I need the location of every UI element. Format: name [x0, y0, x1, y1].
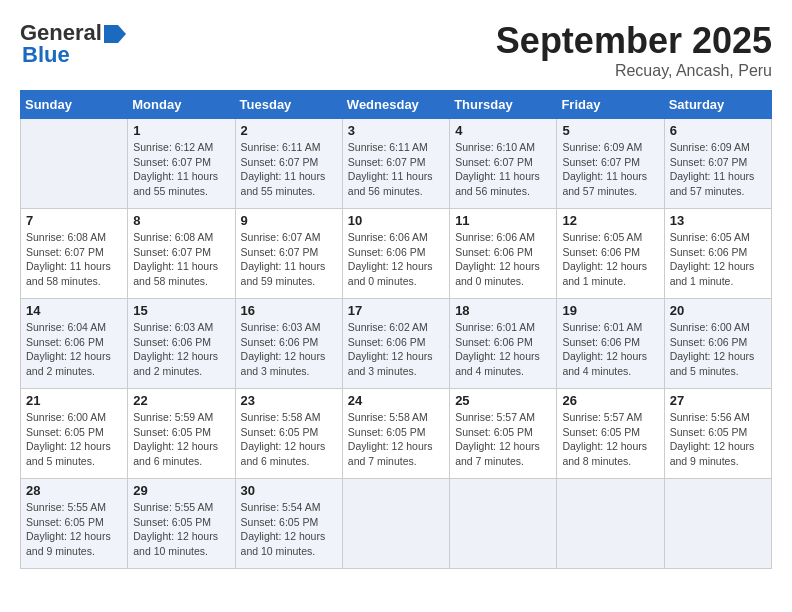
calendar-cell: 14Sunrise: 6:04 AM Sunset: 6:06 PM Dayli… — [21, 299, 128, 389]
day-number: 10 — [348, 213, 444, 228]
day-number: 2 — [241, 123, 337, 138]
calendar-cell: 22Sunrise: 5:59 AM Sunset: 6:05 PM Dayli… — [128, 389, 235, 479]
day-number: 27 — [670, 393, 766, 408]
day-number: 9 — [241, 213, 337, 228]
day-info: Sunrise: 6:06 AM Sunset: 6:06 PM Dayligh… — [455, 230, 551, 289]
day-number: 16 — [241, 303, 337, 318]
calendar-week-row: 1Sunrise: 6:12 AM Sunset: 6:07 PM Daylig… — [21, 119, 772, 209]
calendar-cell: 30Sunrise: 5:54 AM Sunset: 6:05 PM Dayli… — [235, 479, 342, 569]
day-info: Sunrise: 6:03 AM Sunset: 6:06 PM Dayligh… — [133, 320, 229, 379]
calendar-cell: 6Sunrise: 6:09 AM Sunset: 6:07 PM Daylig… — [664, 119, 771, 209]
day-info: Sunrise: 6:01 AM Sunset: 6:06 PM Dayligh… — [562, 320, 658, 379]
calendar-cell: 20Sunrise: 6:00 AM Sunset: 6:06 PM Dayli… — [664, 299, 771, 389]
day-info: Sunrise: 5:57 AM Sunset: 6:05 PM Dayligh… — [455, 410, 551, 469]
calendar-cell: 13Sunrise: 6:05 AM Sunset: 6:06 PM Dayli… — [664, 209, 771, 299]
calendar-week-row: 28Sunrise: 5:55 AM Sunset: 6:05 PM Dayli… — [21, 479, 772, 569]
day-number: 13 — [670, 213, 766, 228]
day-info: Sunrise: 6:10 AM Sunset: 6:07 PM Dayligh… — [455, 140, 551, 199]
calendar-cell: 5Sunrise: 6:09 AM Sunset: 6:07 PM Daylig… — [557, 119, 664, 209]
day-info: Sunrise: 6:11 AM Sunset: 6:07 PM Dayligh… — [241, 140, 337, 199]
calendar-cell: 29Sunrise: 5:55 AM Sunset: 6:05 PM Dayli… — [128, 479, 235, 569]
day-number: 21 — [26, 393, 122, 408]
calendar-header-row: SundayMondayTuesdayWednesdayThursdayFrid… — [21, 91, 772, 119]
calendar-cell: 15Sunrise: 6:03 AM Sunset: 6:06 PM Dayli… — [128, 299, 235, 389]
calendar-cell: 12Sunrise: 6:05 AM Sunset: 6:06 PM Dayli… — [557, 209, 664, 299]
day-info: Sunrise: 6:08 AM Sunset: 6:07 PM Dayligh… — [133, 230, 229, 289]
day-number: 12 — [562, 213, 658, 228]
day-number: 15 — [133, 303, 229, 318]
calendar-cell: 2Sunrise: 6:11 AM Sunset: 6:07 PM Daylig… — [235, 119, 342, 209]
day-info: Sunrise: 5:57 AM Sunset: 6:05 PM Dayligh… — [562, 410, 658, 469]
day-info: Sunrise: 6:08 AM Sunset: 6:07 PM Dayligh… — [26, 230, 122, 289]
calendar-header-sunday: Sunday — [21, 91, 128, 119]
day-number: 20 — [670, 303, 766, 318]
calendar-cell: 11Sunrise: 6:06 AM Sunset: 6:06 PM Dayli… — [450, 209, 557, 299]
logo-text-blue: Blue — [22, 42, 70, 68]
day-number: 6 — [670, 123, 766, 138]
calendar-cell: 25Sunrise: 5:57 AM Sunset: 6:05 PM Dayli… — [450, 389, 557, 479]
title-block: September 2025 Recuay, Ancash, Peru — [496, 20, 772, 80]
calendar-header-saturday: Saturday — [664, 91, 771, 119]
day-info: Sunrise: 5:59 AM Sunset: 6:05 PM Dayligh… — [133, 410, 229, 469]
day-info: Sunrise: 6:05 AM Sunset: 6:06 PM Dayligh… — [670, 230, 766, 289]
day-number: 1 — [133, 123, 229, 138]
day-info: Sunrise: 5:54 AM Sunset: 6:05 PM Dayligh… — [241, 500, 337, 559]
day-info: Sunrise: 6:03 AM Sunset: 6:06 PM Dayligh… — [241, 320, 337, 379]
day-number: 25 — [455, 393, 551, 408]
calendar-week-row: 14Sunrise: 6:04 AM Sunset: 6:06 PM Dayli… — [21, 299, 772, 389]
calendar-header-thursday: Thursday — [450, 91, 557, 119]
calendar-header-wednesday: Wednesday — [342, 91, 449, 119]
day-number: 7 — [26, 213, 122, 228]
day-number: 26 — [562, 393, 658, 408]
day-info: Sunrise: 6:05 AM Sunset: 6:06 PM Dayligh… — [562, 230, 658, 289]
day-number: 5 — [562, 123, 658, 138]
day-info: Sunrise: 6:02 AM Sunset: 6:06 PM Dayligh… — [348, 320, 444, 379]
day-info: Sunrise: 6:01 AM Sunset: 6:06 PM Dayligh… — [455, 320, 551, 379]
day-number: 18 — [455, 303, 551, 318]
day-info: Sunrise: 6:12 AM Sunset: 6:07 PM Dayligh… — [133, 140, 229, 199]
day-number: 19 — [562, 303, 658, 318]
calendar-header-monday: Monday — [128, 91, 235, 119]
day-number: 4 — [455, 123, 551, 138]
day-info: Sunrise: 6:04 AM Sunset: 6:06 PM Dayligh… — [26, 320, 122, 379]
calendar-cell: 18Sunrise: 6:01 AM Sunset: 6:06 PM Dayli… — [450, 299, 557, 389]
day-number: 30 — [241, 483, 337, 498]
calendar-cell: 9Sunrise: 6:07 AM Sunset: 6:07 PM Daylig… — [235, 209, 342, 299]
svg-marker-0 — [104, 25, 126, 43]
calendar-cell — [664, 479, 771, 569]
logo-icon — [104, 25, 126, 43]
calendar-cell — [342, 479, 449, 569]
calendar-header-friday: Friday — [557, 91, 664, 119]
calendar-cell: 26Sunrise: 5:57 AM Sunset: 6:05 PM Dayli… — [557, 389, 664, 479]
calendar-cell: 8Sunrise: 6:08 AM Sunset: 6:07 PM Daylig… — [128, 209, 235, 299]
day-info: Sunrise: 6:09 AM Sunset: 6:07 PM Dayligh… — [562, 140, 658, 199]
day-number: 3 — [348, 123, 444, 138]
day-info: Sunrise: 5:55 AM Sunset: 6:05 PM Dayligh… — [26, 500, 122, 559]
day-info: Sunrise: 6:11 AM Sunset: 6:07 PM Dayligh… — [348, 140, 444, 199]
calendar-cell: 1Sunrise: 6:12 AM Sunset: 6:07 PM Daylig… — [128, 119, 235, 209]
day-info: Sunrise: 5:58 AM Sunset: 6:05 PM Dayligh… — [348, 410, 444, 469]
calendar-cell: 10Sunrise: 6:06 AM Sunset: 6:06 PM Dayli… — [342, 209, 449, 299]
location-subtitle: Recuay, Ancash, Peru — [496, 62, 772, 80]
day-info: Sunrise: 6:00 AM Sunset: 6:06 PM Dayligh… — [670, 320, 766, 379]
day-number: 11 — [455, 213, 551, 228]
calendar-cell: 17Sunrise: 6:02 AM Sunset: 6:06 PM Dayli… — [342, 299, 449, 389]
calendar-week-row: 7Sunrise: 6:08 AM Sunset: 6:07 PM Daylig… — [21, 209, 772, 299]
calendar-cell: 21Sunrise: 6:00 AM Sunset: 6:05 PM Dayli… — [21, 389, 128, 479]
calendar-cell — [557, 479, 664, 569]
calendar-cell: 4Sunrise: 6:10 AM Sunset: 6:07 PM Daylig… — [450, 119, 557, 209]
month-title: September 2025 — [496, 20, 772, 62]
calendar-cell: 23Sunrise: 5:58 AM Sunset: 6:05 PM Dayli… — [235, 389, 342, 479]
calendar-cell: 28Sunrise: 5:55 AM Sunset: 6:05 PM Dayli… — [21, 479, 128, 569]
calendar-table: SundayMondayTuesdayWednesdayThursdayFrid… — [20, 90, 772, 569]
day-number: 8 — [133, 213, 229, 228]
day-number: 28 — [26, 483, 122, 498]
calendar-cell: 19Sunrise: 6:01 AM Sunset: 6:06 PM Dayli… — [557, 299, 664, 389]
day-info: Sunrise: 5:58 AM Sunset: 6:05 PM Dayligh… — [241, 410, 337, 469]
day-info: Sunrise: 5:55 AM Sunset: 6:05 PM Dayligh… — [133, 500, 229, 559]
calendar-cell: 24Sunrise: 5:58 AM Sunset: 6:05 PM Dayli… — [342, 389, 449, 479]
day-info: Sunrise: 6:00 AM Sunset: 6:05 PM Dayligh… — [26, 410, 122, 469]
calendar-cell — [450, 479, 557, 569]
calendar-week-row: 21Sunrise: 6:00 AM Sunset: 6:05 PM Dayli… — [21, 389, 772, 479]
day-number: 24 — [348, 393, 444, 408]
